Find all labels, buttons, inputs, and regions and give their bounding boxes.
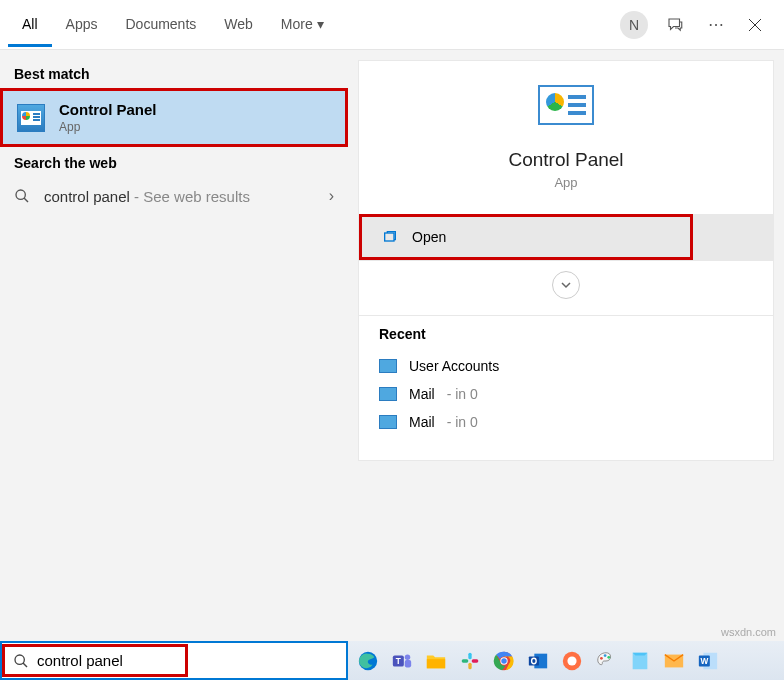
control-panel-icon xyxy=(17,104,45,132)
search-icon xyxy=(14,188,30,204)
expand-button[interactable] xyxy=(552,271,580,299)
web-result-row[interactable]: control panel - See web results › xyxy=(0,177,348,215)
recent-icon xyxy=(379,387,397,401)
control-panel-large-icon xyxy=(538,85,594,125)
chevron-right-icon: › xyxy=(329,187,334,205)
result-title: Control Panel xyxy=(59,101,157,118)
taskbar-edge-icon[interactable] xyxy=(352,645,384,677)
svg-rect-4 xyxy=(385,233,394,241)
taskbar-explorer-icon[interactable] xyxy=(420,645,452,677)
watermark: wsxdn.com xyxy=(721,626,776,638)
result-text: Control Panel App xyxy=(59,101,157,134)
header-actions: N ⋯ xyxy=(620,9,776,40)
svg-point-24 xyxy=(567,656,576,665)
header-bar: All Apps Documents Web More ▾ N ⋯ xyxy=(0,0,784,50)
taskbar-app-icon[interactable] xyxy=(556,645,588,677)
recent-section: Recent User Accounts Mail - in 0 Mail - … xyxy=(358,316,774,461)
taskbar-word-icon[interactable]: W xyxy=(692,645,724,677)
recent-icon xyxy=(379,415,397,429)
search-highlight xyxy=(2,644,188,677)
search-input[interactable] xyxy=(37,652,227,669)
svg-rect-11 xyxy=(405,660,411,667)
filter-tabs: All Apps Documents Web More ▾ xyxy=(8,2,620,47)
recent-item-0[interactable]: User Accounts xyxy=(379,352,753,380)
web-result-text: control panel - See web results xyxy=(44,188,315,205)
recent-icon xyxy=(379,359,397,373)
svg-point-5 xyxy=(15,655,24,664)
svg-point-10 xyxy=(405,654,411,660)
user-avatar[interactable]: N xyxy=(620,11,648,39)
taskbar-teams-icon[interactable]: T xyxy=(386,645,418,677)
preview-title: Control Panel xyxy=(508,149,623,171)
svg-rect-16 xyxy=(472,659,479,662)
recent-label: Recent xyxy=(379,326,753,342)
results-pane: Best match Control Panel App Search the … xyxy=(0,50,348,641)
svg-rect-13 xyxy=(468,652,471,659)
chevron-down-icon: ▾ xyxy=(317,16,324,32)
preview-subtitle: App xyxy=(554,175,577,190)
tab-web[interactable]: Web xyxy=(210,2,267,47)
recent-item-suffix: - in 0 xyxy=(447,386,478,402)
taskbar-slack-icon[interactable] xyxy=(454,645,486,677)
svg-point-19 xyxy=(501,658,507,664)
open-icon xyxy=(382,229,398,245)
result-subtitle: App xyxy=(59,120,157,134)
search-web-label: Search the web xyxy=(0,147,348,177)
recent-item-label: Mail xyxy=(409,386,435,402)
open-button[interactable]: Open xyxy=(359,214,693,260)
action-row: Open xyxy=(359,214,773,260)
preview-pane: Control Panel App Open Recent User xyxy=(348,50,784,641)
main-area: Best match Control Panel App Search the … xyxy=(0,50,784,641)
tab-apps[interactable]: Apps xyxy=(52,2,112,47)
svg-line-3 xyxy=(24,198,28,202)
preview-card: Control Panel App Open xyxy=(358,60,774,261)
open-label: Open xyxy=(412,229,446,245)
search-bar[interactable] xyxy=(0,641,348,680)
close-icon[interactable] xyxy=(742,12,768,38)
svg-rect-15 xyxy=(468,662,471,669)
svg-line-6 xyxy=(23,663,27,667)
recent-item-label: User Accounts xyxy=(409,358,499,374)
web-suffix-text: - See web results xyxy=(130,188,250,205)
taskbar-mail-icon[interactable] xyxy=(658,645,690,677)
svg-text:T: T xyxy=(396,656,401,665)
result-control-panel[interactable]: Control Panel App xyxy=(0,88,348,147)
recent-item-label: Mail xyxy=(409,414,435,430)
svg-rect-14 xyxy=(462,659,469,662)
more-icon[interactable]: ⋯ xyxy=(702,9,730,40)
taskbar-notes-icon[interactable] xyxy=(624,645,656,677)
svg-point-25 xyxy=(600,656,603,659)
best-match-label: Best match xyxy=(0,58,348,88)
recent-item-2[interactable]: Mail - in 0 xyxy=(379,408,753,436)
taskbar-paint-icon[interactable] xyxy=(590,645,622,677)
feedback-icon[interactable] xyxy=(660,10,690,40)
tab-documents[interactable]: Documents xyxy=(111,2,210,47)
search-icon xyxy=(13,653,29,669)
action-spacer xyxy=(693,214,773,260)
recent-item-1[interactable]: Mail - in 0 xyxy=(379,380,753,408)
taskbar: T W xyxy=(348,641,784,680)
svg-point-2 xyxy=(16,190,25,199)
recent-item-suffix: - in 0 xyxy=(447,414,478,430)
tab-more[interactable]: More ▾ xyxy=(267,2,338,47)
svg-rect-12 xyxy=(427,659,445,668)
taskbar-chrome-icon[interactable] xyxy=(488,645,520,677)
web-query-text: control panel xyxy=(44,188,130,205)
tab-more-label: More xyxy=(281,16,313,32)
expand-section xyxy=(358,261,774,316)
taskbar-outlook-icon[interactable] xyxy=(522,645,554,677)
svg-point-26 xyxy=(604,654,607,657)
svg-text:W: W xyxy=(700,656,708,665)
tab-all[interactable]: All xyxy=(8,2,52,47)
svg-point-27 xyxy=(607,655,610,658)
